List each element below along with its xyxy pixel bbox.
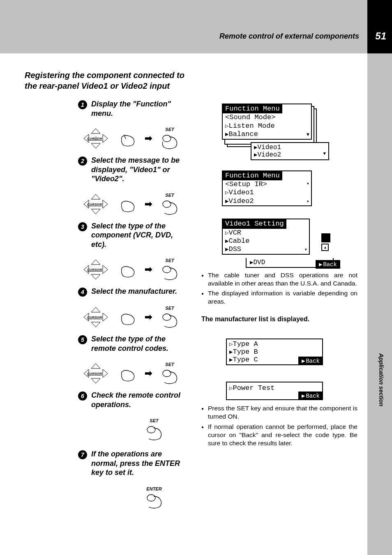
bullet-text: The displayed information is variable de… [201, 289, 357, 306]
lcd-type-list: ▷Type A ▶Type B ▶Type C ▶Back [226, 339, 323, 365]
arrow-right-icon: ➡ [145, 199, 152, 210]
lcd-video-setting: Video1 Setting ▷VCR ▶Cable ▶DSS▾ ▴ ▶DVD … [222, 219, 329, 268]
svg-point-5 [163, 135, 171, 142]
section-title: Registering the component connected to t… [25, 70, 189, 91]
header-title: Remote control of external components [219, 32, 359, 41]
arrow-right-icon: ➡ [145, 133, 152, 144]
svg-marker-6 [91, 194, 100, 199]
step-text-1: Display the "Function" menu. [91, 99, 189, 118]
back-chip: ▶Back [298, 357, 323, 365]
lcd-power-test: ▷Power Test ▶Back [226, 382, 323, 400]
arrow-right-icon: ➡ [145, 368, 152, 379]
svg-marker-14 [103, 265, 108, 274]
hand-press-icon [118, 308, 136, 327]
svg-point-25 [163, 370, 171, 377]
bullet-text: The cable tuner and DSS operations are n… [201, 271, 357, 288]
svg-point-15 [163, 266, 171, 273]
lcd-row: ▶Cable [223, 237, 309, 245]
lcd-function-menu-stack: Function Menu <Sound Mode> ▷Listen Mode … [222, 104, 357, 160]
lcd-row: ▶Video2▾ [223, 197, 311, 205]
step-number-2: 2 [78, 157, 87, 166]
step-text-2: Select the message to be displayed, "Vid… [91, 156, 189, 184]
lcd-row: ▷Video1 [223, 189, 311, 197]
hand-press-set-icon [160, 131, 179, 150]
step-number-6: 6 [78, 391, 87, 401]
arrow-right-icon: ➡ [145, 264, 152, 275]
up-triangle-icon: ▴ [321, 244, 329, 251]
hand-press-icon [118, 364, 136, 383]
hand-press-set-icon [160, 262, 179, 281]
hand-press-icon [118, 129, 136, 148]
arrow-right-icon: ➡ [145, 312, 152, 322]
lcd-row: <Setup IR>▴ [223, 180, 311, 189]
step-text-7: If the operations are normal, press the … [91, 449, 189, 477]
cursor-pad-icon: CURSOR [82, 363, 109, 384]
cursor-pad-icon: CURSOR [82, 259, 109, 280]
svg-marker-7 [91, 209, 100, 214]
back-chip: ▶Back [298, 391, 323, 400]
bullet-text: Press the SET key and ensure that the co… [201, 404, 357, 421]
cursor-pad-icon: CURSOR [82, 193, 109, 215]
side-section-label: Application section [378, 353, 385, 406]
step-text-5: Select the type of the remote control co… [91, 334, 189, 353]
svg-point-26 [147, 426, 155, 433]
step-text-4: Select the manufacturer. [91, 287, 177, 297]
lcd-side-controls: ▴ [321, 233, 330, 251]
lcd-row: ▷Listen Mode [223, 122, 311, 130]
hand-press-enter-icon [145, 491, 164, 509]
page-number: 51 [375, 30, 386, 42]
svg-point-27 [147, 495, 155, 501]
cursor-pad-icon: CURSOR [82, 306, 109, 328]
black-square-icon [321, 233, 330, 242]
back-chip: ▶Back [316, 260, 340, 269]
svg-marker-3 [103, 134, 108, 143]
svg-marker-1 [91, 143, 100, 148]
lcd-title: Function Menu [223, 171, 282, 180]
step-number-4: 4 [78, 288, 87, 297]
cursor-label: CURSOR [87, 203, 102, 206]
step-number-5: 5 [78, 335, 87, 344]
lcd-row: ▶DSS▾ [223, 245, 309, 253]
step-number-1: 1 [78, 100, 87, 109]
hand-press-set-icon [160, 197, 179, 216]
svg-marker-24 [103, 369, 108, 378]
svg-marker-9 [103, 200, 108, 208]
svg-marker-0 [91, 129, 100, 134]
svg-point-20 [163, 314, 171, 320]
sub-heading: The manufacturer list is displayed. [201, 315, 357, 323]
hand-press-set-icon [160, 366, 179, 385]
lcd-setup-ir: Function Menu <Setup IR>▴ ▷Video1 ▶Video… [222, 170, 312, 207]
svg-marker-21 [91, 364, 100, 368]
cursor-pad-icon: CURSOR [82, 128, 109, 149]
cursor-label: CURSOR [87, 268, 102, 272]
cursor-label: CURSOR [87, 372, 102, 375]
header-gray-band [0, 0, 392, 53]
hand-press-icon [118, 195, 136, 214]
svg-marker-19 [103, 313, 108, 321]
svg-marker-11 [91, 260, 100, 265]
svg-marker-12 [91, 274, 100, 279]
svg-marker-22 [91, 378, 100, 383]
step-number-7: 7 [78, 450, 87, 459]
lcd-title: Function Menu [223, 104, 282, 113]
cursor-label: CURSOR [87, 137, 102, 140]
cursor-label: CURSOR [87, 315, 102, 319]
step-text-3: Select the type of the component (VCR, D… [91, 221, 189, 249]
right-gray-strip [367, 53, 392, 555]
lcd-row: ▷VCR [223, 229, 309, 237]
bullet-text: If normal operation cannot be performed,… [201, 423, 357, 447]
lcd-title: Video1 Setting [223, 219, 286, 228]
svg-point-10 [163, 201, 171, 207]
lcd-sub-panel: ▶Video1 ▶Video2▼ [251, 142, 329, 160]
lcd-row: <Sound Mode> [223, 113, 311, 122]
step-number-3: 3 [78, 222, 87, 231]
header-corner-black [367, 0, 392, 53]
hand-press-set-icon [145, 422, 164, 441]
hand-press-set-icon [160, 310, 179, 329]
hand-press-icon [118, 260, 136, 279]
svg-marker-17 [91, 322, 100, 327]
svg-marker-16 [91, 307, 100, 312]
lcd-row: ▶Balance▼ [223, 130, 311, 138]
step-text-6: Check the remote control operations. [91, 391, 189, 409]
